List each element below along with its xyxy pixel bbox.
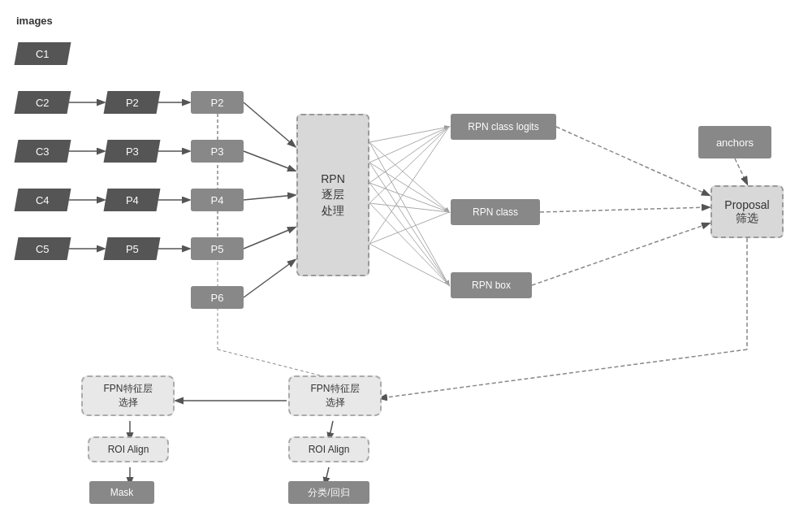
svg-line-25: [369, 183, 449, 285]
c4-node: C4: [15, 189, 71, 211]
svg-line-8: [244, 102, 295, 146]
anchors-node: anchors: [698, 126, 771, 158]
proposal-node: Proposal 筛选: [710, 185, 784, 238]
svg-line-17: [369, 127, 449, 244]
svg-line-27: [369, 244, 449, 285]
roi2-node: ROI Align: [88, 436, 169, 462]
images-label: images: [16, 15, 53, 27]
p4a-node: P4: [104, 189, 161, 211]
svg-line-28: [556, 127, 709, 195]
svg-line-11: [244, 228, 295, 249]
svg-line-18: [369, 142, 449, 212]
rpn-class-node: RPN class: [451, 199, 540, 225]
svg-line-10: [244, 195, 295, 200]
svg-line-21: [369, 203, 449, 212]
p3a-node: P3: [104, 140, 161, 163]
fpn2-node: FPN特征层 选择: [81, 375, 175, 416]
rpn-node: RPN 逐层 处理: [296, 114, 369, 276]
c5-node: C5: [15, 237, 71, 260]
rpn-class-logits-node: RPN class logits: [451, 114, 556, 140]
fpn1-node: FPN特征层 选择: [288, 375, 382, 416]
svg-line-33: [380, 349, 747, 398]
svg-line-24: [369, 163, 449, 285]
svg-line-22: [369, 212, 449, 244]
svg-line-20: [369, 183, 449, 212]
svg-line-30: [532, 223, 709, 285]
svg-line-31: [735, 158, 747, 184]
roi1-node: ROI Align: [288, 436, 369, 462]
svg-line-19: [369, 163, 449, 212]
p5a-node: P5: [104, 237, 161, 260]
svg-line-29: [540, 207, 709, 212]
p3b-node: P3: [191, 140, 244, 163]
svg-line-9: [244, 151, 295, 171]
svg-line-13: [369, 127, 449, 142]
rpn-box-node: RPN box: [451, 272, 532, 298]
mask-node: Mask: [89, 481, 154, 504]
svg-line-23: [369, 142, 449, 285]
svg-line-15: [369, 127, 449, 183]
classify-node: 分类/回归: [288, 481, 369, 504]
svg-line-26: [369, 203, 449, 285]
p5b-node: P5: [191, 237, 244, 260]
c2-node: C2: [15, 91, 71, 114]
c3-node: C3: [15, 140, 71, 163]
p2a-node: P2: [104, 91, 161, 114]
svg-line-16: [369, 127, 449, 203]
p2b-node: P2: [191, 91, 244, 114]
p4b-node: P4: [191, 189, 244, 211]
p6b-node: P6: [191, 286, 244, 309]
svg-line-14: [369, 127, 449, 163]
svg-line-12: [244, 260, 295, 297]
c1-node: C1: [15, 42, 71, 65]
svg-line-40: [218, 349, 333, 379]
